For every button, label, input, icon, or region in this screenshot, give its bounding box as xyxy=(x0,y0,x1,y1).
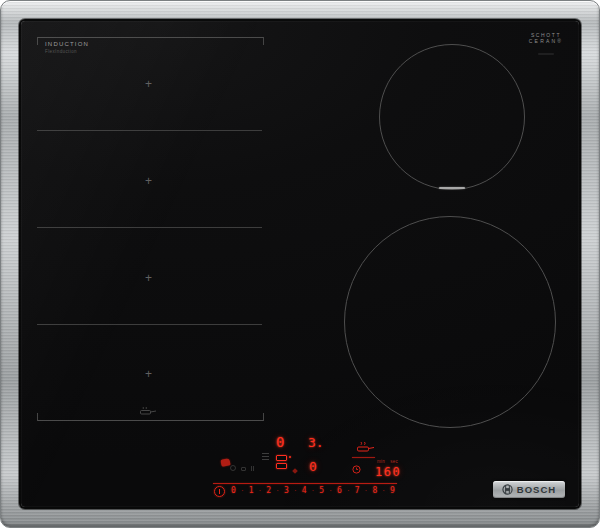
timer-icon[interactable] xyxy=(230,465,236,471)
level-dot: · xyxy=(329,488,333,495)
level-dot: · xyxy=(311,488,315,495)
flex-lines-icon[interactable] xyxy=(262,453,269,460)
flex-zone-separator-3 xyxy=(37,324,262,325)
flex-zone-cross-3: + xyxy=(145,272,152,284)
induction-sublabel: FlexInduction xyxy=(45,49,89,54)
move-indicator-icon xyxy=(292,468,298,474)
zone-alignment-mark xyxy=(439,187,465,189)
lock-icon[interactable] xyxy=(241,467,246,471)
bosch-symbol-icon xyxy=(502,484,513,495)
level-key-0[interactable]: 0 xyxy=(231,487,236,495)
timer-unit-labels: min sec xyxy=(377,460,398,465)
level-dot: · xyxy=(382,488,386,495)
flex-zone-cross-4: + xyxy=(145,368,152,380)
ceramic-glass-surface: INDUCTION FlexInduction SCHOTT CERAN® + … xyxy=(21,21,579,507)
schott-ceran-logo: SCHOTT CERAN® xyxy=(526,32,566,55)
flex-zone-top-bracket xyxy=(37,37,264,45)
level-key-2[interactable]: 2 xyxy=(266,487,271,495)
direct-select-levels: 0 · 1 · 2 · 3 · 4 · 5 · 6 · 7 · 8 · 9 xyxy=(231,487,395,495)
pan-position-icon xyxy=(139,405,157,416)
flex-zone-cross-1: + xyxy=(145,78,152,90)
bosch-wordmark: BOSCH xyxy=(517,484,556,495)
level-key-6[interactable]: 6 xyxy=(337,487,342,495)
level-key-5[interactable]: 5 xyxy=(319,487,324,495)
cooking-zone-top-right xyxy=(379,44,525,190)
slider-hairline xyxy=(213,483,397,484)
level-dot: · xyxy=(275,488,279,495)
level-dot: · xyxy=(258,488,262,495)
level-dot: · xyxy=(240,488,244,495)
timer-label-min: min xyxy=(377,460,385,465)
printed-function-icons xyxy=(230,465,254,471)
flex-zone-separator-1 xyxy=(37,130,262,131)
frying-sensor-underline xyxy=(352,457,375,458)
logo-microtext xyxy=(538,53,554,55)
level-dot: · xyxy=(346,488,350,495)
pause-icon[interactable] xyxy=(251,466,254,471)
level-key-8[interactable]: 8 xyxy=(372,487,377,495)
level-dot: · xyxy=(364,488,368,495)
flex-zone-separator-2 xyxy=(37,227,262,228)
left-zone-level-display: 0 xyxy=(276,435,284,449)
level-key-3[interactable]: 3 xyxy=(284,487,289,495)
level-key-9[interactable]: 9 xyxy=(390,487,395,495)
level-key-4[interactable]: 4 xyxy=(302,487,307,495)
induction-cooktop: INDUCTION FlexInduction SCHOTT CERAN® + … xyxy=(0,0,600,528)
level-dot: · xyxy=(293,488,297,495)
level-key-1[interactable]: 1 xyxy=(249,487,254,495)
timer-display: 160 xyxy=(375,466,401,478)
cooking-zone-bottom-right xyxy=(344,216,556,428)
frying-sensor-icon[interactable] xyxy=(355,441,375,454)
right-zone-level-display-top: 3. xyxy=(308,436,324,449)
level-key-7[interactable]: 7 xyxy=(355,487,360,495)
right-zone-level-display-bottom: 0 xyxy=(309,460,317,473)
power-icon[interactable] xyxy=(214,486,225,497)
clock-icon[interactable] xyxy=(352,465,361,474)
timer-label-sec: sec xyxy=(390,460,398,465)
flex-zone-cross-2: + xyxy=(145,175,152,187)
bosch-badge: BOSCH xyxy=(493,481,565,498)
ceran-line: CERAN® xyxy=(526,38,566,44)
flex-bridge-icon xyxy=(276,455,287,469)
